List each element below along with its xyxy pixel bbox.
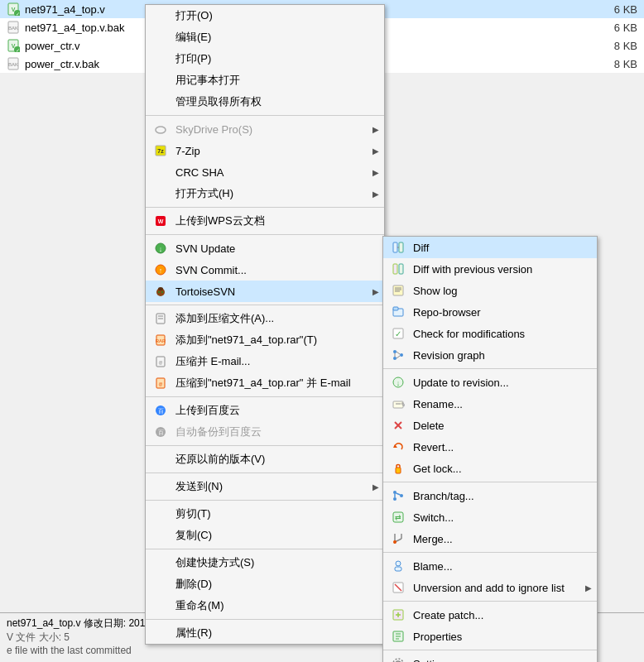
baidu-icon: 百 (152, 402, 169, 419)
svn-properties[interactable]: Properties (383, 626, 597, 647)
tortoise-icon (152, 283, 169, 300)
menu-restore-version[interactable]: 还原以前的版本(V) (146, 449, 384, 470)
menu-create-shortcut[interactable]: 创建快捷方式(S) (146, 552, 384, 573)
menu-tortoise-svn[interactable]: TortoiseSVN ▶ (146, 281, 384, 302)
svn-rename-label: Rename... (413, 398, 463, 410)
svn-revision-graph[interactable]: Revision graph (383, 344, 597, 366)
svn-settings[interactable]: Settings (383, 653, 597, 662)
separator (383, 650, 597, 650)
baidu-auto-icon: 百 (152, 424, 169, 440)
delete-icon (390, 417, 406, 434)
svg-point-51 (393, 350, 396, 353)
svg-text:@: @ (158, 381, 162, 386)
svg-rect-78 (395, 567, 401, 571)
switch-icon: ⇄ (390, 509, 406, 525)
svg-point-52 (393, 357, 396, 360)
svn-check-mods[interactable]: ✓ Check for modifications (383, 323, 597, 344)
update-revision-icon: ↓ (390, 374, 406, 391)
menu-add-rar[interactable]: RAR 添加到"net971_a4_top.rar"(T) (146, 329, 384, 351)
menu-copy[interactable]: 复制(C) (146, 525, 384, 546)
menu-skydrive-label: SkyDrive Pro(S) (175, 123, 252, 136)
menu-notepad[interactable]: 用记事本打开 (146, 70, 384, 91)
separator (383, 482, 597, 482)
svg-text:RAR: RAR (156, 338, 166, 343)
menu-open[interactable]: 打开(O) (146, 5, 384, 26)
menu-baidu-auto-label: 自动备份到百度云 (175, 425, 262, 439)
svn-branch-tag[interactable]: Branch/tag... (383, 485, 597, 506)
menu-cut[interactable]: 剪切(T) (146, 503, 384, 525)
menu-add-archive[interactable]: 添加到压缩文件(A)... (146, 308, 384, 329)
show-log-icon (390, 282, 406, 299)
menu-send-to-label: 发送到(N) (175, 479, 223, 494)
menu-svn-commit-label: SVN Commit... (175, 264, 247, 276)
menu-compress-email-label: 压缩并 E-mail... (175, 354, 250, 369)
archive-icon (152, 310, 169, 327)
menu-delete[interactable]: 删除(D) (146, 573, 384, 595)
file-icon-green: V ✓ (7, 2, 20, 16)
svn-check-mods-label: Check for modifications (413, 328, 525, 340)
submenu-arrow: ▶ (585, 583, 592, 592)
context-menu-svn: Diff Diff with previous version Show log (382, 236, 598, 662)
menu-svn-commit[interactable]: ↑ SVN Commit... (146, 259, 384, 281)
separator (146, 115, 384, 116)
svg-point-24 (161, 291, 163, 293)
svn-switch-label: Switch... (413, 511, 454, 524)
menu-rar-email[interactable]: @ 压缩到"net971_a4_top.rar" 并 E-mail (146, 372, 384, 394)
svn-get-lock[interactable]: Get lock... (383, 458, 597, 479)
menu-baidu-auto[interactable]: 百 自动备份到百度云 (146, 421, 384, 443)
menu-print[interactable]: 打印(P) (146, 48, 384, 70)
svn-unversion[interactable]: Unversion and add to ignore list ▶ (383, 577, 597, 598)
svn-diff-prev[interactable]: Diff with previous version (383, 258, 597, 280)
menu-svn-update[interactable]: ↓ SVN Update (146, 237, 384, 259)
menu-rename[interactable]: 重命名(M) (146, 595, 384, 616)
svg-point-77 (396, 561, 401, 566)
menu-compress-email[interactable]: @ 压缩并 E-mail... (146, 351, 384, 372)
svn-properties-label: Properties (413, 631, 462, 643)
settings-icon (390, 655, 406, 662)
menu-edit[interactable]: 编辑(E) (146, 26, 384, 48)
menu-admin-rights[interactable]: 管理员取得所有权 (146, 91, 384, 113)
svg-line-70 (396, 493, 401, 495)
svn-create-patch[interactable]: Create patch... (383, 604, 597, 626)
menu-open-label: 打开(O) (175, 8, 213, 23)
menu-delete-label: 删除(D) (175, 577, 212, 592)
svn-show-log-label: Show log (413, 285, 457, 297)
svn-repo-browser[interactable]: Repo-browser (383, 301, 597, 323)
svn-branch-tag-label: Branch/tag... (413, 490, 474, 502)
svg-text:@: @ (158, 360, 162, 365)
svg-text:✓: ✓ (16, 48, 20, 52)
menu-open-with[interactable]: 打开方式(H) ▶ (146, 183, 384, 204)
svn-delete[interactable]: Delete (383, 415, 597, 436)
svn-update-revision[interactable]: ↓ Update to revision... (383, 372, 597, 393)
svg-point-67 (393, 497, 396, 501)
blame-icon (390, 558, 406, 574)
menu-7zip[interactable]: 7z 7-Zip ▶ (146, 140, 384, 161)
svg-point-22 (158, 287, 163, 290)
patch-icon (390, 607, 406, 623)
svn-rename[interactable]: ✎ Rename... (383, 393, 597, 415)
separator (146, 305, 384, 305)
menu-crc-label: CRC SHA (175, 166, 224, 179)
menu-crc[interactable]: CRC SHA ▶ (146, 161, 384, 183)
svn-create-patch-label: Create patch... (413, 609, 483, 621)
svn-merge[interactable]: Merge... (383, 528, 597, 549)
svn-revert[interactable]: Revert... (383, 436, 597, 458)
compress-email-icon: @ (152, 353, 169, 370)
menu-baidu[interactable]: 百 上传到百度云 (146, 400, 384, 421)
svg-line-55 (396, 352, 400, 354)
menu-admin-rights-label: 管理员取得所有权 (175, 94, 262, 109)
rename-icon: ✎ (390, 396, 406, 412)
menu-wps[interactable]: W 上传到WPS云文档 (146, 210, 384, 232)
svg-text:BAK: BAK (8, 62, 18, 67)
menu-send-to[interactable]: 发送到(N) ▶ (146, 476, 384, 497)
svn-switch[interactable]: ⇄ Switch... (383, 506, 597, 528)
separator (146, 234, 384, 235)
context-menu-primary: 打开(O) 编辑(E) 打印(P) 用记事本打开 管理员取得所有权 SkyDri… (145, 4, 385, 645)
svn-show-log[interactable]: Show log (383, 280, 597, 301)
svn-diff[interactable]: Diff (383, 237, 597, 258)
svg-rect-39 (399, 242, 403, 252)
svn-blame[interactable]: Blame... (383, 555, 597, 577)
menu-skydrive[interactable]: SkyDrive Pro(S) ▶ (146, 118, 384, 140)
svg-text:↓: ↓ (396, 379, 401, 387)
menu-properties[interactable]: 属性(R) (146, 622, 384, 644)
